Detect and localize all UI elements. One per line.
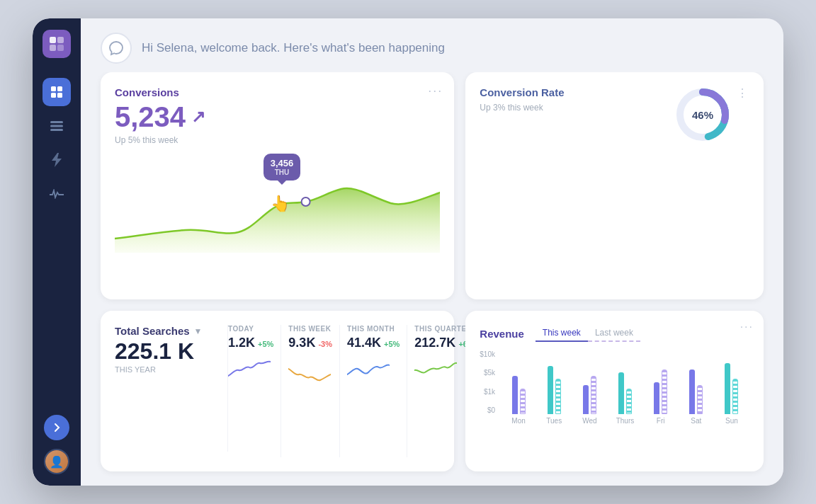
svg-rect-6: [51, 93, 56, 98]
cursor-icon: 👆: [271, 195, 290, 213]
sidebar-item-grid[interactable]: [42, 78, 71, 106]
bottom-card-inner: Total Searches ▼ 225.1 K THIS YEAR TODAY…: [115, 325, 440, 457]
donut-chart: 46%: [674, 86, 731, 143]
svg-rect-10: [50, 129, 63, 131]
stat-period: TODAY: [228, 325, 254, 333]
sparkline-svg: [288, 355, 331, 383]
x-label: Wed: [572, 417, 607, 425]
sidebar-expand-button[interactable]: [44, 415, 69, 440]
stat-item-this-month: THIS MONTH 41.4K +5%: [339, 325, 407, 457]
bar-last-week: [697, 385, 703, 414]
svg-rect-5: [57, 86, 62, 91]
stat-value-row: 41.4K +5%: [347, 336, 400, 350]
svg-rect-7: [57, 93, 62, 98]
conversions-trend-icon: ↗: [191, 108, 205, 125]
svg-rect-2: [50, 45, 56, 51]
main-content: Hi Selena, welcome back. Here's what's b…: [81, 18, 783, 486]
rate-right: 46% ⋮: [674, 86, 749, 143]
stat-item-today: TODAY 1.2K +5%: [228, 325, 280, 457]
tab-this-week[interactable]: This week: [536, 325, 588, 342]
bar-chart-area: MonTuesWedThursFriSatSun: [501, 350, 749, 425]
y-label: $5k: [480, 369, 495, 377]
revenue-title: Revenue: [480, 328, 524, 340]
svg-rect-0: [50, 37, 56, 43]
avatar-image: 👤: [45, 450, 68, 473]
stat-period: THIS WEEK: [288, 325, 331, 333]
conversion-rate-card: Conversion Rate Up 3% this week: [465, 72, 764, 299]
sparkline-svg: [228, 355, 271, 383]
rate-more-button[interactable]: ⋮: [737, 86, 749, 100]
stat-change: -3%: [318, 340, 332, 348]
svg-rect-8: [50, 121, 63, 123]
dropdown-icon[interactable]: ▼: [194, 326, 203, 336]
stat-value: 41.4K: [347, 336, 381, 350]
bar-this-week: [725, 363, 730, 414]
stat-period: THIS QUARTER: [414, 325, 472, 333]
bar-group: [501, 376, 536, 414]
bar-last-week: [662, 370, 667, 414]
stat-value-row: 9.3K -3%: [288, 336, 332, 350]
chat-icon: [101, 33, 132, 64]
bar-group: [572, 376, 607, 414]
revenue-more-button[interactable]: ···: [740, 321, 754, 333]
conversions-more-button[interactable]: ···: [428, 84, 443, 98]
rate-title: Conversion Rate: [480, 86, 564, 98]
svg-point-11: [302, 197, 310, 206]
stat-value: 9.3K: [288, 336, 315, 350]
rate-subtitle: Up 3% this week: [480, 103, 564, 113]
conversions-chart: 3,456 THU 👆: [115, 154, 440, 253]
bar-chart-inner: [501, 350, 749, 414]
rate-card-inner: Conversion Rate Up 3% this week: [480, 86, 749, 143]
y-label: $10k: [480, 350, 495, 358]
greeting-text: Hi Selena, welcome back. Here's what's b…: [142, 41, 445, 55]
bar-this-week: [654, 382, 659, 414]
rate-card-left: Conversion Rate Up 3% this week: [480, 86, 564, 113]
chart-tooltip: 3,456 THU: [264, 154, 301, 181]
sidebar-item-activity[interactable]: [42, 180, 71, 208]
y-axis: $10k$5k$1k$0: [480, 350, 495, 414]
stat-value: 212.7K: [414, 336, 455, 350]
stat-value: 1.2K: [228, 336, 255, 350]
x-label: Sun: [714, 417, 749, 425]
x-label: Tues: [536, 417, 572, 425]
bar-group: [679, 370, 714, 414]
x-label: Mon: [501, 417, 536, 425]
total-searches-card: Total Searches ▼ 225.1 K THIS YEAR TODAY…: [101, 311, 454, 471]
stat-change: +5%: [384, 340, 400, 348]
revenue-card: Revenue This week Last week ··· $10k$5k$…: [465, 311, 764, 471]
total-searches-header: Total Searches ▼: [115, 325, 216, 337]
bar-this-week: [689, 370, 695, 414]
x-label: Thurs: [607, 417, 642, 425]
x-label: Fri: [643, 417, 679, 425]
app-logo[interactable]: [42, 30, 71, 58]
bar-last-week: [732, 379, 738, 414]
header: Hi Selena, welcome back. Here's what's b…: [81, 18, 783, 72]
tooltip-day: THU: [271, 168, 294, 176]
svg-rect-1: [57, 37, 64, 43]
y-label: $1k: [480, 388, 495, 396]
x-label: Sat: [679, 417, 714, 425]
sparkline-svg: [347, 355, 390, 383]
bar-this-week: [548, 366, 553, 414]
bar-last-week: [520, 389, 526, 414]
user-avatar[interactable]: 👤: [44, 449, 69, 474]
total-searches-value: 225.1 K: [115, 340, 216, 362]
tab-last-week[interactable]: Last week: [588, 325, 640, 342]
bar-this-week: [618, 372, 624, 414]
stat-change: +5%: [258, 340, 273, 348]
stat-item-this-week: THIS WEEK 9.3K -3%: [280, 325, 339, 457]
sparkline-svg: [414, 355, 457, 383]
bar-last-week: [555, 379, 561, 414]
dashboard: ··· Conversions 5,234 ↗ Up 5% this week …: [81, 72, 783, 486]
bar-this-week: [512, 376, 518, 414]
sidebar-item-lightning[interactable]: [42, 146, 71, 174]
x-labels: MonTuesWedThursFriSatSun: [501, 417, 749, 425]
sidebar-item-list[interactable]: [42, 112, 71, 140]
sidebar-nav: [42, 78, 71, 415]
bar-last-week: [591, 376, 596, 414]
svg-rect-9: [50, 125, 63, 127]
stats-row: TODAY 1.2K +5% THIS WEEK 9.3K -3% THIS M…: [228, 325, 482, 457]
conversions-title: Conversions: [115, 86, 440, 98]
bar-this-week: [583, 385, 589, 414]
bar-group: [607, 372, 642, 414]
